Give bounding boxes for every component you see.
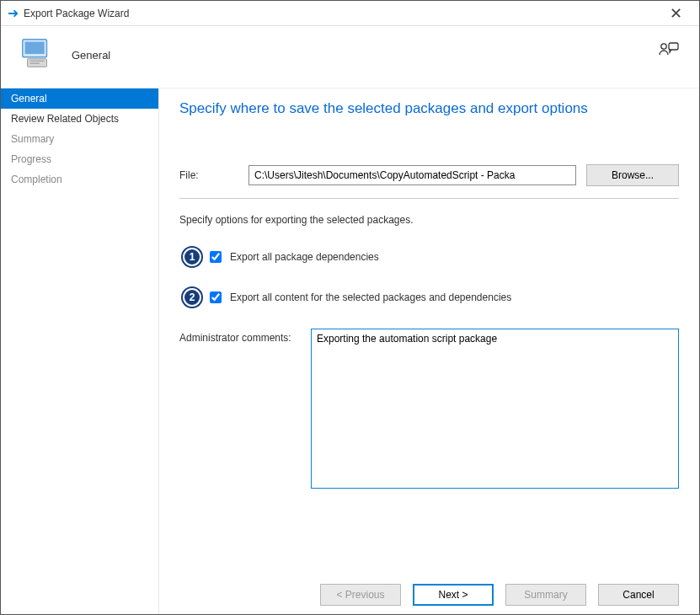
- option-row-dependencies: 1 Export all package dependencies: [183, 248, 679, 266]
- titlebar: ➜ Export Package Wizard ✕: [1, 1, 699, 26]
- close-icon[interactable]: ✕: [659, 4, 692, 23]
- next-button[interactable]: Next >: [413, 584, 494, 606]
- administrator-comments-textarea[interactable]: [311, 329, 679, 489]
- browse-button[interactable]: Browse...: [586, 164, 679, 186]
- svg-point-5: [661, 44, 666, 49]
- comments-row: Administrator comments:: [179, 329, 679, 489]
- svg-rect-6: [669, 43, 678, 50]
- svg-rect-1: [25, 42, 45, 54]
- checkbox-export-dependencies[interactable]: [210, 251, 222, 263]
- cancel-button[interactable]: Cancel: [598, 584, 679, 606]
- annotation-badge-2: 2: [183, 288, 201, 307]
- annotation-badge-1: 1: [183, 248, 201, 266]
- sidebar-step-review[interactable]: Review Related Objects: [1, 109, 158, 129]
- header-strip: General: [1, 26, 699, 88]
- sidebar-step-summary[interactable]: Summary: [1, 129, 158, 149]
- export-options-instruction: Specify options for exporting the select…: [179, 214, 679, 226]
- comments-label: Administrator comments:: [179, 329, 297, 489]
- export-arrow-icon: ➜: [8, 5, 19, 21]
- main-panel: Specify where to save the selected packa…: [159, 88, 699, 615]
- window-title: Export Package Wizard: [24, 8, 659, 19]
- body: General Review Related Objects Summary P…: [1, 88, 699, 615]
- file-row: File: Browse...: [179, 164, 679, 186]
- sidebar-step-general[interactable]: General: [1, 88, 158, 109]
- wizard-steps-sidebar: General Review Related Objects Summary P…: [1, 88, 159, 615]
- computer-icon: [18, 35, 56, 76]
- divider: [179, 198, 679, 199]
- previous-button: < Previous: [320, 584, 401, 606]
- wizard-footer: < Previous Next > Summary Cancel: [320, 584, 679, 606]
- sidebar-step-progress[interactable]: Progress: [1, 149, 158, 169]
- header-section-title: General: [72, 49, 110, 62]
- svg-rect-4: [29, 63, 40, 64]
- page-heading: Specify where to save the selected packa…: [179, 100, 679, 117]
- feedback-icon[interactable]: [659, 41, 679, 58]
- svg-rect-2: [28, 59, 47, 67]
- sidebar-step-completion[interactable]: Completion: [1, 169, 158, 190]
- checkbox-export-content-label: Export all content for the selected pack…: [230, 291, 511, 303]
- file-path-input[interactable]: [248, 165, 576, 185]
- svg-rect-3: [29, 61, 44, 62]
- option-row-content: 2 Export all content for the selected pa…: [183, 288, 679, 307]
- file-label: File:: [179, 169, 238, 181]
- summary-button: Summary: [505, 584, 586, 606]
- checkbox-export-dependencies-label: Export all package dependencies: [230, 251, 379, 263]
- checkbox-export-content[interactable]: [210, 291, 222, 303]
